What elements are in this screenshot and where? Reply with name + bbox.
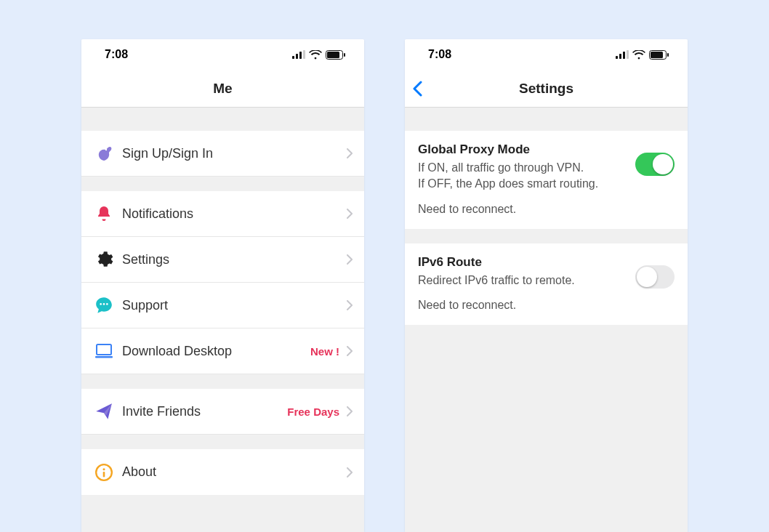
settings-content: Global Proxy Mode If ON, all traffic go … <box>405 108 688 532</box>
download-badge: New ! <box>310 345 339 358</box>
status-time: 7:08 <box>105 48 128 61</box>
status-icons <box>616 50 669 60</box>
about-label: About <box>122 464 347 480</box>
svg-rect-2 <box>299 52 302 59</box>
battery-icon <box>326 50 345 60</box>
support-label: Support <box>122 298 347 313</box>
chat-icon <box>92 293 116 318</box>
download-desktop-row[interactable]: Download Desktop New ! <box>81 329 364 374</box>
svg-rect-1 <box>296 54 298 59</box>
status-icons <box>292 50 345 60</box>
paper-plane-icon <box>92 399 116 424</box>
download-desktop-label: Download Desktop <box>122 344 310 359</box>
global-proxy-title: Global Proxy Mode <box>418 142 627 157</box>
gear-icon <box>92 247 116 272</box>
svg-rect-17 <box>619 54 621 59</box>
svg-rect-5 <box>327 52 339 58</box>
settings-row[interactable]: Settings <box>81 237 364 283</box>
ipv6-toggle[interactable] <box>635 265 675 289</box>
global-proxy-toggle[interactable] <box>635 153 675 176</box>
svg-rect-3 <box>303 50 305 59</box>
notifications-row[interactable]: Notifications <box>81 191 364 237</box>
chevron-right-icon <box>347 300 353 310</box>
me-content: Sign Up/Sign In Notifications Settings S… <box>81 108 364 532</box>
invite-badge: Free Days <box>287 406 339 418</box>
svg-rect-16 <box>616 56 618 59</box>
ipv6-note: Need to reconnect. <box>418 299 675 312</box>
chevron-left-icon <box>412 81 422 97</box>
svg-rect-0 <box>292 56 294 59</box>
svg-rect-15 <box>103 471 105 477</box>
about-row[interactable]: About <box>81 449 364 495</box>
global-proxy-note: Need to reconnect. <box>418 203 675 216</box>
global-proxy-desc1: If ON, all traffic go through VPN. <box>418 160 627 176</box>
svg-point-8 <box>100 303 102 305</box>
svg-rect-19 <box>627 50 629 59</box>
nav-title: Settings <box>519 81 573 97</box>
me-screen: 7:08 Me Sign Up/Sign In Notifications <box>81 39 364 532</box>
svg-point-14 <box>102 468 105 470</box>
back-button[interactable] <box>412 81 422 97</box>
laptop-icon <box>92 339 116 363</box>
ipv6-title: IPv6 Route <box>418 255 627 270</box>
nav-bar-me: Me <box>81 70 364 108</box>
invite-friends-label: Invite Friends <box>122 404 287 419</box>
svg-rect-11 <box>97 344 111 355</box>
svg-point-7 <box>105 149 107 150</box>
wifi-icon <box>632 50 645 60</box>
svg-rect-21 <box>651 52 663 58</box>
ipv6-desc: Redirect IPv6 traffic to remote. <box>418 273 627 289</box>
svg-rect-18 <box>623 52 625 59</box>
chevron-right-icon <box>347 209 353 219</box>
signin-row[interactable]: Sign Up/Sign In <box>81 131 364 177</box>
bell-icon <box>92 201 116 226</box>
info-icon <box>92 460 116 485</box>
settings-label: Settings <box>122 252 347 267</box>
settings-screen: 7:08 Settings Global Proxy Mode If ON, a… <box>405 39 688 532</box>
svg-rect-22 <box>667 53 669 57</box>
chevron-right-icon <box>347 148 353 158</box>
invite-friends-row[interactable]: Invite Friends Free Days <box>81 389 364 435</box>
nav-title: Me <box>213 81 232 97</box>
global-proxy-desc2: If OFF, the App does smart routing. <box>418 176 627 192</box>
status-time: 7:08 <box>428 48 451 61</box>
battery-icon <box>649 50 669 60</box>
notifications-label: Notifications <box>122 206 347 222</box>
chevron-right-icon <box>347 467 353 477</box>
nav-bar-settings: Settings <box>405 70 688 108</box>
cellular-icon <box>292 50 305 59</box>
signin-label: Sign Up/Sign In <box>122 146 347 161</box>
chevron-right-icon <box>347 346 353 356</box>
ipv6-group: IPv6 Route Redirect IPv6 traffic to remo… <box>405 243 688 325</box>
chevron-right-icon <box>347 254 353 265</box>
cellular-icon <box>616 50 629 59</box>
svg-rect-6 <box>344 53 345 57</box>
status-bar: 7:08 <box>405 39 688 70</box>
chevron-right-icon <box>347 406 353 416</box>
support-row[interactable]: Support <box>81 283 364 329</box>
svg-point-9 <box>103 303 105 305</box>
global-proxy-group: Global Proxy Mode If ON, all traffic go … <box>405 131 688 229</box>
svg-rect-12 <box>95 356 113 358</box>
svg-point-10 <box>106 303 108 305</box>
status-bar: 7:08 <box>81 39 364 70</box>
squirrel-icon <box>92 141 116 166</box>
wifi-icon <box>309 50 322 60</box>
